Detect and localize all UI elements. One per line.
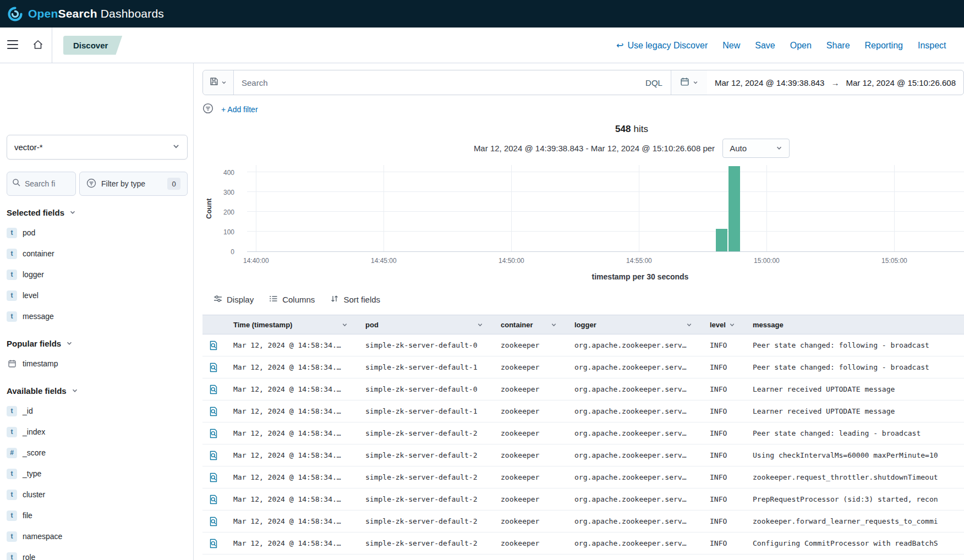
sliders-icon <box>213 294 222 305</box>
header-logger[interactable]: logger <box>566 315 701 334</box>
field-type-icon: t <box>7 490 17 500</box>
list-icon <box>269 294 278 305</box>
reporting-link[interactable]: Reporting <box>865 41 903 51</box>
cell-message: Learner received UPTODATE message <box>744 407 964 415</box>
cell-message: PrepRequestProcessor (sid:3) started, re… <box>744 495 964 503</box>
filter-settings-icon[interactable] <box>202 103 213 116</box>
field-item[interactable]: t _type <box>0 463 193 484</box>
sort-fields-button[interactable]: Sort fields <box>330 294 380 305</box>
cell-pod: simple-zk-server-default-1 <box>357 407 492 415</box>
field-item[interactable]: t logger <box>0 264 193 285</box>
x-tick-label: 14:40:00 <box>243 257 269 265</box>
inspect-document-icon[interactable] <box>209 517 218 526</box>
open-link[interactable]: Open <box>790 41 812 51</box>
histogram-bar[interactable] <box>729 166 740 251</box>
field-name: timestamp <box>23 359 58 368</box>
saved-query-button[interactable] <box>203 70 234 95</box>
sort-icon <box>330 294 339 305</box>
cell-container: zookeeper <box>492 495 566 503</box>
available-fields-header[interactable]: Available fields <box>7 384 188 397</box>
calendar-icon <box>7 359 17 369</box>
header-message[interactable]: message <box>744 315 964 334</box>
field-item[interactable]: # _score <box>0 442 193 463</box>
search-input[interactable] <box>242 78 629 87</box>
index-pattern-picker[interactable]: vector-* <box>7 135 188 160</box>
header-level[interactable]: level <box>701 315 744 334</box>
search-icon <box>12 178 21 189</box>
cell-pod: simple-zk-server-default-2 <box>357 451 492 459</box>
cell-time: Mar 12, 2024 @ 14:58:34.… <box>224 363 357 371</box>
inspect-document-icon[interactable] <box>209 407 218 416</box>
field-search[interactable] <box>7 172 76 196</box>
cell-level: INFO <box>701 341 744 349</box>
histogram-bar[interactable] <box>716 229 727 251</box>
header-time[interactable]: Time (timestamp) <box>224 315 357 334</box>
field-item[interactable]: t file <box>0 505 193 526</box>
field-item[interactable]: t message <box>0 306 193 327</box>
sidebar-controls: Filter by type 0 <box>7 172 188 196</box>
inspect-document-icon[interactable] <box>209 495 218 504</box>
cell-container: zookeeper <box>492 341 566 349</box>
cell-level: INFO <box>701 385 744 393</box>
x-tick-label: 14:45:00 <box>371 257 397 265</box>
add-filter-link[interactable]: + Add filter <box>221 105 258 114</box>
new-link[interactable]: New <box>722 41 740 51</box>
field-item[interactable]: t pod <box>0 222 193 243</box>
filter-by-type-button[interactable]: Filter by type 0 <box>79 172 188 196</box>
inspect-document-icon[interactable] <box>209 451 218 460</box>
inspect-document-icon[interactable] <box>209 341 218 350</box>
menu-button[interactable] <box>0 28 25 63</box>
inspect-document-icon[interactable] <box>209 473 218 482</box>
cell-logger: org.apache.zookeeper.serv… <box>566 495 701 503</box>
share-link[interactable]: Share <box>826 41 850 51</box>
save-link[interactable]: Save <box>755 41 775 51</box>
field-item[interactable]: t _id <box>0 400 193 421</box>
field-search-input[interactable] <box>25 179 70 188</box>
field-item[interactable]: timestamp <box>0 353 193 374</box>
field-item[interactable]: t cluster <box>0 484 193 505</box>
columns-button[interactable]: Columns <box>269 294 315 305</box>
field-type-icon: t <box>7 552 17 560</box>
inspect-document-icon[interactable] <box>209 539 218 548</box>
cell-level: INFO <box>701 429 744 437</box>
header-pod[interactable]: pod <box>357 315 492 334</box>
inspect-document-icon[interactable] <box>209 385 218 394</box>
selected-fields-header[interactable]: Selected fields <box>7 206 188 219</box>
inspect-document-icon[interactable] <box>209 429 218 438</box>
field-item[interactable]: t namespace <box>0 526 193 547</box>
chevron-down-icon <box>477 322 483 328</box>
home-button[interactable] <box>25 28 51 63</box>
field-item[interactable]: t container <box>0 243 193 264</box>
field-item[interactable]: t level <box>0 285 193 306</box>
histogram-plot <box>247 165 964 252</box>
x-axis-label: timestamp per 30 seconds <box>247 272 964 281</box>
table-row: Mar 12, 2024 @ 14:58:34.… simple-zk-serv… <box>202 510 964 532</box>
display-button[interactable]: Display <box>213 294 254 305</box>
cell-pod: simple-zk-server-default-1 <box>357 363 492 371</box>
chart-subtitle-row: Mar 12, 2024 @ 14:39:38.843 - Mar 12, 20… <box>202 139 964 158</box>
cell-container: zookeeper <box>492 451 566 459</box>
cell-time: Mar 12, 2024 @ 14:58:34.… <box>224 473 357 481</box>
field-item[interactable]: t role <box>0 547 193 560</box>
interval-select[interactable]: Auto <box>722 139 790 158</box>
cell-message: Peer state changed: following - broadcas… <box>744 341 964 349</box>
header-container[interactable]: container <box>492 315 566 334</box>
query-language-button[interactable]: DQL <box>637 70 671 95</box>
use-legacy-discover-link[interactable]: ↩Use legacy Discover <box>616 40 708 51</box>
cell-message: Using checkIntervalMs=60000 maxPerMinute… <box>744 451 964 459</box>
cell-pod: simple-zk-server-default-2 <box>357 517 492 525</box>
cell-pod: simple-zk-server-default-0 <box>357 341 492 349</box>
string-field-icon: t <box>7 290 17 301</box>
cell-pod: simple-zk-server-default-2 <box>357 539 492 547</box>
cell-logger: org.apache.zookeeper.serv… <box>566 473 701 481</box>
inspect-link[interactable]: Inspect <box>918 41 946 51</box>
y-axis: 0100200300400 <box>202 165 238 252</box>
field-name: _score <box>23 448 46 457</box>
field-name: _type <box>23 469 41 478</box>
popular-fields-header[interactable]: Popular fields <box>7 337 188 350</box>
field-item[interactable]: t _index <box>0 421 193 442</box>
date-range[interactable]: Mar 12, 2024 @ 14:39:38.843 → Mar 12, 20… <box>707 78 963 87</box>
x-tick-label: 14:55:00 <box>626 257 652 265</box>
inspect-document-icon[interactable] <box>209 363 218 372</box>
datepicker-button[interactable] <box>671 70 707 95</box>
